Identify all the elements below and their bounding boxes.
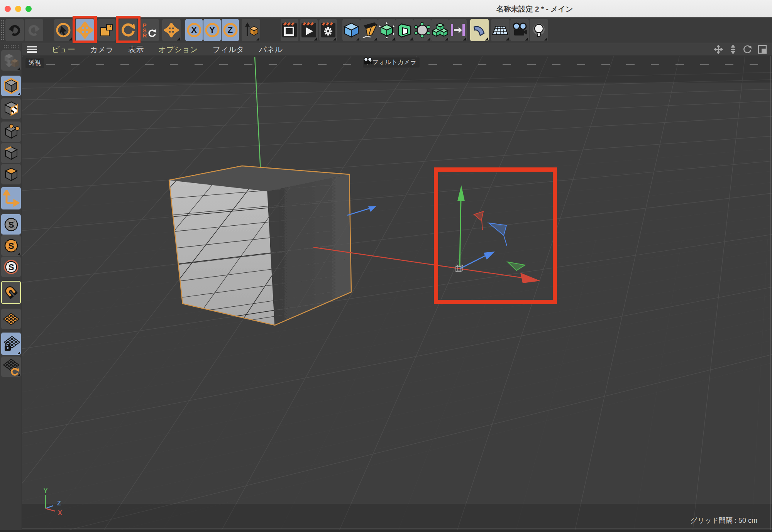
redo-icon [27,23,41,37]
annotation-move-tool [73,16,97,43]
snap-dynamic-icon: S [3,258,20,275]
field-button[interactable] [449,19,467,41]
sidebar-align-workplane[interactable] [1,356,21,377]
coordinate-system-icon [242,22,259,39]
redo-button[interactable] [25,19,43,41]
polygons-mode-icon [3,166,20,183]
sidebar-axis-mode[interactable] [1,187,21,209]
sidebar-points-mode[interactable] [1,122,21,142]
sidebar-edges-mode[interactable] [1,143,21,163]
camera-label: デフォルトカメラ [366,58,416,66]
bend-deformer-button[interactable] [470,19,489,41]
sidebar-snap-3d[interactable]: S [1,214,21,235]
render-view-button[interactable] [281,19,298,41]
svg-text:S: S [8,262,14,272]
lock-z-button[interactable]: Z [222,19,239,41]
render-settings-icon [320,22,336,38]
viewport-menubar: ビュー カメラ 表示 オプション フィルタ パネル [22,43,772,56]
snap-2d-icon: S [3,237,20,254]
points-mode-icon [3,123,20,140]
menu-camera[interactable]: カメラ [90,44,113,55]
pen-spline-button[interactable] [360,19,378,41]
lock-workplane-icon [2,335,20,353]
floor-icon [492,22,509,39]
psr-letters: PSR [143,23,147,38]
deformer-button[interactable] [413,19,431,41]
camera-icon [511,22,528,39]
generator-icon [396,22,413,39]
psr-tool-button[interactable]: PSR [141,19,159,41]
camera-button[interactable] [510,19,529,41]
sidebar-model-mode[interactable] [1,76,21,96]
svg-text:S: S [8,241,14,251]
sidebar-texture-mode[interactable] [1,98,21,119]
zoom-button[interactable] [25,6,32,12]
lock-y-letter: Y [209,25,215,35]
toolbar-drag-handle[interactable] [1,20,5,41]
application-window: 名称未設定 2 * - メイン [0,0,772,532]
sidebar-polygons-mode[interactable] [1,164,21,184]
window-bottom-edge [0,530,772,532]
subdivision-surface-button[interactable] [378,19,396,41]
axis-indicator-z: Z [57,500,61,507]
light-button[interactable] [530,19,548,41]
menu-view[interactable]: ビュー [52,44,75,55]
undo-icon [7,23,22,37]
floor-button[interactable] [491,19,510,41]
rotate-view-icon[interactable] [743,44,753,54]
minimize-button[interactable] [15,6,21,12]
last-tool-button[interactable] [162,19,181,41]
render-view-icon [281,22,298,38]
grid-spacing-label: グリッド間隔 : 50 cm [690,516,757,525]
scale-tool-button[interactable] [97,19,116,41]
live-selection-icon [55,22,71,38]
movie-camera-icon [363,57,373,65]
model-mode-icon [3,78,20,95]
toggle-view-icon[interactable] [757,44,767,54]
svg-text:S: S [8,220,14,230]
view-nav-group [713,44,767,54]
render-settings-button[interactable] [319,19,337,41]
generator-button[interactable] [396,19,413,41]
field-icon [449,22,466,39]
render-queue-icon [301,22,317,38]
viewport-scene: Y Z X [22,56,772,530]
dolly-view-icon[interactable] [728,44,738,54]
coordinate-system-button[interactable] [242,19,260,41]
annotation-axis-gizmo [434,167,557,304]
deformer-icon [414,22,431,39]
undo-button[interactable] [5,19,24,41]
menu-panel[interactable]: パネル [259,44,283,55]
sidebar-snap-enable[interactable] [1,281,21,304]
render-queue-button[interactable] [300,19,318,41]
volume-button[interactable] [431,19,449,41]
sidebar-make-editable[interactable] [1,50,21,71]
edges-mode-icon [3,145,20,162]
axis-indicator-y: Y [44,488,48,494]
palette-drag-handle[interactable] [3,44,19,49]
viewport-menu-icon[interactable] [27,46,37,53]
last-tool-move-icon [164,23,179,37]
menu-display[interactable]: 表示 [128,44,144,55]
menu-filter[interactable]: フィルタ [213,44,244,55]
texture-mode-icon [3,100,20,117]
pan-view-icon[interactable] [713,44,723,54]
camera-label-chip[interactable]: デフォルトカメラ [363,57,420,68]
snap-3d-icon: S [3,216,20,233]
lock-x-button[interactable]: X [185,19,203,41]
sidebar-lock-workplane[interactable] [1,333,21,355]
close-button[interactable] [5,6,11,12]
lock-z-letter: Z [228,25,233,35]
live-selection-button[interactable] [54,19,73,41]
add-cube-button[interactable] [342,19,360,41]
make-editable-icon [3,52,19,69]
pen-spline-icon [361,22,378,39]
viewport-canvas[interactable]: Y Z X 透視 デフォルトカメラ グリッド間隔 : 50 cm [22,56,772,530]
lock-y-button[interactable]: Y [203,19,221,41]
sidebar-snap-2d[interactable]: S [1,235,21,256]
sidebar-snap-dynamic[interactable]: S [1,257,21,277]
titlebar: 名称未設定 2 * - メイン [0,0,772,17]
bend-deformer-icon [471,22,488,39]
menu-options[interactable]: オプション [158,44,198,55]
sidebar-workplane[interactable] [1,309,21,329]
